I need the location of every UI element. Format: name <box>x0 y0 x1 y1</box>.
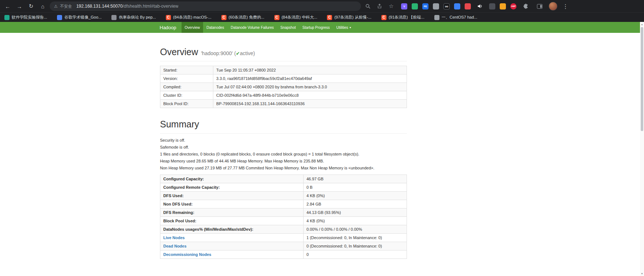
table-row: Version:3.3.0, raa96f1871bfd858f9bac59cf… <box>160 74 407 83</box>
scroll-up-arrow-icon[interactable]: ▲ <box>640 22 644 27</box>
tab-datanodes[interactable]: Datanodes <box>203 22 227 33</box>
adblock-icon[interactable]: ABP <box>510 3 517 9</box>
table-row: Cluster ID:CID-002f4d6d-947a-48f9-844b-b… <box>160 91 407 100</box>
bookmark-label: 软件学院实验报告... <box>12 15 47 20</box>
bookmark-item[interactable]: 一、CentOS7 had... <box>434 15 477 20</box>
decommissioning-nodes-link[interactable]: Decommissioning Nodes <box>163 252 211 257</box>
table-row: Compiled:Tue Jul 07 02:44:00 +0800 2020 … <box>160 83 407 91</box>
address-bar[interactable]: ⚠ 不安全 192.168.131.144:50070/dfshealth.ht… <box>50 1 361 11</box>
url-text: 192.168.131.144:50070/dfshealth.html#tab… <box>76 4 179 9</box>
hadoop-brand[interactable]: Hadoop <box>160 22 182 33</box>
bookmark-label: (60条消息) 免费的... <box>229 15 264 20</box>
bookmark-favicon <box>57 15 62 20</box>
scrollbar-thumb[interactable] <box>641 27 643 131</box>
table-row: Non DFS Used:2.84 GB <box>160 200 407 208</box>
chevron-down-icon: ▾ <box>350 26 351 29</box>
browser-toolbar: ← → ↻ ⌂ ⚠ 不安全 192.168.131.144:50070/dfsh… <box>0 0 644 12</box>
not-secure-label: 不安全 <box>60 4 72 9</box>
bookmark-item[interactable]: C (84条消息) 中科大... <box>274 15 317 20</box>
not-secure-icon: ⚠ <box>54 4 58 9</box>
bookmark-item[interactable]: C (91条消息) 【前端... <box>381 15 424 20</box>
bookmark-label: (97条消息) 从前慢-... <box>334 15 371 20</box>
extension-green-icon[interactable] <box>412 3 418 9</box>
csdn-favicon: C <box>327 15 332 20</box>
bookmark-label: (84条消息) macOS-... <box>173 15 212 20</box>
bookmark-item[interactable]: C (60条消息) 免费的... <box>221 15 264 20</box>
csdn-favicon: C <box>221 15 226 20</box>
tab-snapshot[interactable]: Snapshot <box>277 22 299 33</box>
tab-utilities-label: Utilities <box>336 26 348 30</box>
bookmark-favicon <box>111 15 117 20</box>
live-nodes-link[interactable]: Live Nodes <box>163 235 185 240</box>
csdn-favicon: C <box>381 15 386 20</box>
extension-gray-icon[interactable] <box>433 3 439 9</box>
overview-page: Overview'hadoop:9000' (✔active) Started:… <box>160 47 407 259</box>
extensions-puzzle-icon[interactable] <box>521 1 530 11</box>
forward-icon[interactable]: → <box>15 1 24 11</box>
bookmark-item[interactable]: C (97条消息) 从前慢-... <box>327 15 371 20</box>
bookmark-label: 一、CentOS7 had... <box>442 15 477 20</box>
scroll-down-arrow-icon[interactable]: ▼ <box>640 271 644 276</box>
table-row: Decommissioning Nodes0 <box>160 250 407 259</box>
tab-datanode-volume-failures[interactable]: Datanode Volume Failures <box>228 22 277 33</box>
csdn-favicon: C <box>166 15 171 20</box>
csdn-favicon: C <box>274 15 279 20</box>
back-icon[interactable]: ← <box>3 1 12 11</box>
profile-avatar[interactable] <box>549 2 557 11</box>
table-row: Started:Tue Sep 20 11:05:37 +0800 2022 <box>160 66 407 74</box>
security-status-text: Security is off. <box>160 138 407 142</box>
non-heap-memory-text: Non Heap Memory used 27.19 MB of 27.77 M… <box>160 166 407 170</box>
extension-oo-icon[interactable]: oo <box>443 3 450 9</box>
side-panel-icon[interactable] <box>535 1 544 11</box>
extension-strip: V FE oo ABP ⋮ <box>401 1 569 11</box>
extension-v-icon[interactable]: V <box>401 3 407 9</box>
safemode-status-text: Safemode is off. <box>160 145 407 149</box>
volume-icon[interactable] <box>475 1 485 11</box>
menu-dots-icon[interactable]: ⋮ <box>562 3 569 10</box>
bookmark-item[interactable]: C (84条消息) macOS-... <box>166 15 212 20</box>
tab-utilities[interactable]: Utilities▾ <box>333 22 354 33</box>
namenode-address: 'hadoop:9000' <box>201 50 233 56</box>
bookmark-star-icon[interactable]: ☆ <box>386 1 396 11</box>
active-status: active <box>240 50 254 56</box>
cluster-summary-table: Configured Capacity:46.97 GB Configured … <box>160 175 407 259</box>
page-title: Overview'hadoop:9000' (✔active) <box>160 47 407 57</box>
bookmarks-bar: 软件学院实验报告... 谷歌学术镜像_Goo... 伤寒杂病论 By pep..… <box>0 12 644 22</box>
bookmark-favicon <box>4 15 9 20</box>
table-row: Block Pool ID:BP-799008154-192.168.131.1… <box>160 100 407 108</box>
share-icon[interactable] <box>375 1 384 11</box>
bookmark-label: (84条消息) 中科大... <box>282 15 317 20</box>
table-row: Configured Capacity:46.97 GB <box>160 175 407 183</box>
bookmark-item[interactable]: 伤寒杂病论 By pep... <box>111 15 156 20</box>
dead-nodes-link[interactable]: Dead Nodes <box>163 244 187 248</box>
table-row: DFS Used:4 KB (0%) <box>160 192 407 200</box>
tab-overview[interactable]: Overview <box>182 22 203 33</box>
active-check-icon: ✔ <box>236 51 240 56</box>
tab-startup-progress[interactable]: Startup Progress <box>299 22 333 33</box>
bookmark-favicon <box>434 15 439 20</box>
bookmark-label: 谷歌学术镜像_Goo... <box>64 15 102 20</box>
table-row: Dead Nodes0 (Decommissioned: 0, In Maint… <box>160 242 407 250</box>
extension-fe-icon[interactable]: FE <box>422 3 428 9</box>
bookmark-item[interactable]: 软件学院实验报告... <box>4 15 47 20</box>
extension-translate-icon[interactable] <box>454 3 460 9</box>
table-row: Block Pool Used:4 KB (0%) <box>160 217 407 225</box>
filesystem-objects-text: 1 files and directories, 0 blocks (0 rep… <box>160 152 407 156</box>
table-row: Live Nodes1 (Decommissioned: 0, In Maint… <box>160 234 407 242</box>
bookmark-item[interactable]: 谷歌学术镜像_Goo... <box>57 15 102 20</box>
table-row: DFS Remaining:44.13 GB (93.95%) <box>160 208 407 217</box>
extension-dim-icon[interactable] <box>489 3 495 9</box>
table-row: Configured Remote Capacity:0 B <box>160 183 407 192</box>
reload-icon[interactable]: ↻ <box>26 1 36 11</box>
divider <box>160 133 407 134</box>
summary-heading: Summary <box>160 119 407 130</box>
search-icon[interactable] <box>363 1 373 11</box>
divider <box>160 61 407 61</box>
namenode-info-table: Started:Tue Sep 20 11:05:37 +0800 2022 V… <box>160 66 407 108</box>
vertical-scrollbar[interactable]: ▲ ▼ <box>640 22 644 276</box>
hadoop-navbar: Hadoop Overview Datanodes Datanode Volum… <box>0 22 644 33</box>
extension-red-icon[interactable] <box>465 3 471 9</box>
home-icon[interactable]: ⌂ <box>38 1 47 11</box>
extension-orange-icon[interactable] <box>500 3 506 9</box>
heap-memory-text: Heap Memory used 28.65 MB of 44.46 MB He… <box>160 159 407 163</box>
